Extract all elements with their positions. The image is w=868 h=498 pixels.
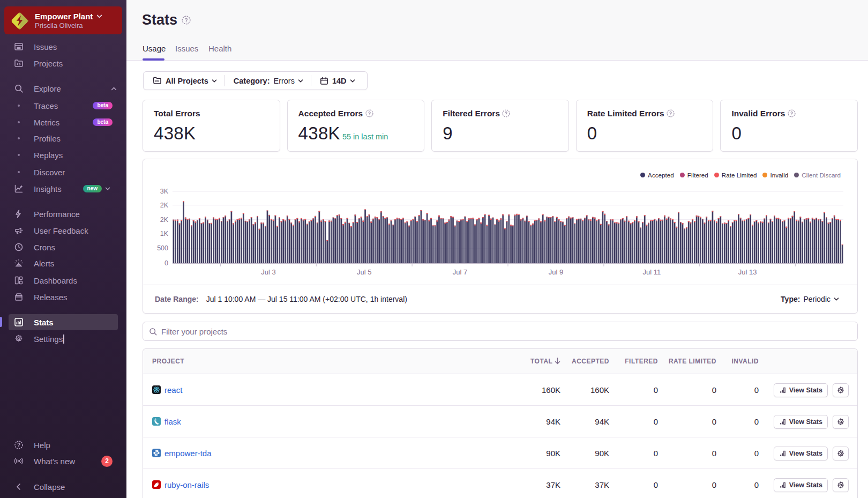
svg-text:Jul 11: Jul 11 bbox=[642, 268, 661, 276]
svg-text:0: 0 bbox=[164, 259, 168, 267]
svg-text:2K: 2K bbox=[160, 202, 169, 209]
svg-text:2K: 2K bbox=[160, 216, 169, 224]
svg-text:Jul 13: Jul 13 bbox=[738, 268, 757, 276]
svg-text:Jul 7: Jul 7 bbox=[453, 268, 467, 276]
svg-text:3K: 3K bbox=[160, 188, 169, 195]
svg-text:Jul 5: Jul 5 bbox=[357, 268, 371, 276]
svg-text:Jul 9: Jul 9 bbox=[549, 268, 563, 276]
svg-text:1K: 1K bbox=[160, 230, 169, 237]
svg-text:500: 500 bbox=[157, 244, 168, 252]
svg-text:Jul 3: Jul 3 bbox=[261, 268, 275, 276]
